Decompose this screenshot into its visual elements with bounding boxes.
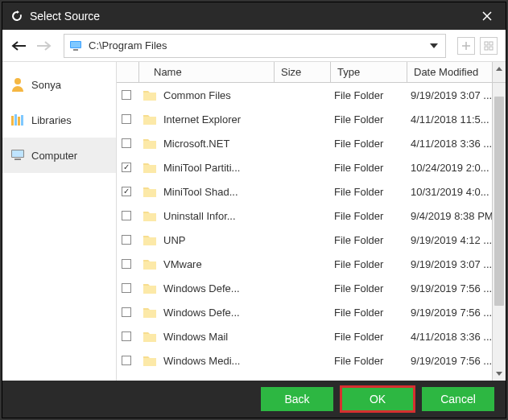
sidebar-item-computer[interactable]: Computer (2, 138, 116, 173)
svg-rect-5 (485, 47, 488, 50)
row-checkbox[interactable] (122, 114, 131, 124)
row-type: File Folder (334, 258, 411, 270)
monitor-icon (69, 40, 82, 51)
row-checkbox[interactable]: ✓ (122, 187, 131, 196)
cancel-button[interactable]: Cancel (422, 387, 494, 411)
column-headers: Name Size Type Date Modified (117, 62, 506, 83)
folder-icon (142, 282, 157, 294)
ok-button[interactable]: OK (341, 387, 414, 411)
row-name: Windows Defe... (163, 282, 278, 294)
folder-icon (142, 307, 157, 318)
row-date: 4/11/2018 3:36 ... (411, 331, 492, 343)
scroll-up-icon[interactable] (493, 62, 506, 76)
sidebar-item-libraries[interactable]: Libraries (2, 102, 116, 138)
row-date: 9/19/2019 4:12 ... (411, 234, 492, 246)
folder-icon (142, 138, 157, 149)
row-type: File Folder (334, 186, 411, 198)
column-checkbox[interactable] (117, 62, 139, 82)
column-size[interactable]: Size (275, 62, 331, 82)
scrollbar[interactable] (492, 62, 506, 82)
table-row[interactable]: UNPFile Folder9/19/2019 4:12 ... (117, 228, 492, 252)
svg-rect-3 (485, 42, 488, 45)
row-checkbox[interactable] (122, 90, 131, 100)
close-button[interactable] (475, 4, 499, 28)
row-type: File Folder (334, 307, 411, 319)
folder-icon (142, 355, 157, 366)
row-name: MiniTool Partiti... (163, 162, 278, 174)
sidebar-item-user[interactable]: Sonya (2, 67, 116, 102)
row-checkbox[interactable] (122, 283, 131, 293)
scroll-down-icon[interactable] (493, 367, 506, 381)
table-row[interactable]: ✓MiniTool Shad...File Folder10/31/2019 4… (117, 179, 492, 204)
table-row[interactable]: Windows Defe...File Folder9/19/2019 7:56… (117, 300, 492, 324)
sidebar-item-label: Libraries (31, 114, 72, 126)
toolbar: C:\Program Files (2, 30, 506, 62)
row-checkbox[interactable] (122, 235, 131, 245)
row-name: Common Files (163, 89, 278, 101)
svg-rect-4 (489, 42, 493, 45)
grid-view-icon[interactable] (480, 37, 498, 55)
row-date: 9/19/2019 3:07 ... (411, 258, 492, 270)
row-name: VMware (163, 258, 278, 270)
column-date[interactable]: Date Modified (407, 62, 492, 82)
row-checkbox[interactable] (122, 331, 131, 341)
row-date: 10/24/2019 2:0... (411, 162, 492, 174)
view-tools (457, 37, 498, 55)
row-name: MiniTool Shad... (163, 186, 278, 198)
folder-icon (142, 186, 157, 197)
row-date: 9/19/2019 7:56 ... (411, 307, 492, 319)
folder-icon (142, 258, 157, 270)
svg-point-7 (14, 78, 21, 84)
row-checkbox[interactable] (122, 138, 131, 148)
new-folder-icon[interactable] (457, 37, 475, 55)
table-row[interactable]: Internet ExplorerFile Folder4/11/2018 11… (117, 107, 492, 131)
folder-icon (142, 113, 157, 125)
row-type: File Folder (334, 282, 411, 294)
dialog-window: Select Source C:\Program Files (2, 2, 506, 418)
row-checkbox[interactable] (122, 356, 131, 365)
sidebar: Sonya Libraries Computer (2, 62, 117, 381)
table-row[interactable]: VMwareFile Folder9/19/2019 3:07 ... (117, 252, 492, 276)
column-name[interactable]: Name (139, 62, 275, 82)
row-checkbox[interactable]: ✓ (122, 163, 131, 172)
refresh-icon (10, 10, 23, 23)
column-type[interactable]: Type (331, 62, 407, 82)
row-name: Internet Explorer (163, 113, 278, 126)
row-checkbox[interactable] (122, 307, 131, 317)
row-checkbox[interactable] (122, 259, 131, 269)
table-row[interactable]: Uninstall Infor...File Folder9/4/2019 8:… (117, 204, 492, 228)
row-date: 9/19/2019 7:56 ... (411, 355, 492, 367)
table-row[interactable]: Windows Medi...File Folder9/19/2019 7:56… (117, 348, 492, 373)
table-row[interactable]: Windows MailFile Folder4/11/2018 3:36 ..… (117, 324, 492, 348)
row-type: File Folder (334, 234, 411, 246)
scroll-track[interactable] (493, 97, 506, 367)
titlebar: Select Source (2, 2, 506, 30)
back-arrow-icon[interactable] (10, 37, 28, 55)
table-row[interactable]: ✓MiniTool Partiti...File Folder10/24/201… (117, 155, 492, 179)
table-row[interactable]: Common FilesFile Folder9/19/2019 3:07 ..… (117, 83, 492, 107)
forward-arrow-icon[interactable] (35, 37, 52, 55)
svg-rect-6 (489, 47, 493, 50)
row-type: File Folder (334, 210, 411, 222)
row-type: File Folder (334, 89, 411, 101)
table-row[interactable]: Microsoft.NETFile Folder4/11/2018 3:36 .… (117, 131, 492, 155)
scrollbar-track[interactable] (492, 83, 506, 381)
svg-rect-9 (14, 114, 17, 126)
table-row[interactable]: Windows Defe...File Folder9/19/2019 7:56… (117, 276, 492, 300)
window-title: Select Source (30, 10, 100, 23)
row-date: 9/4/2019 8:38 PM (411, 210, 492, 222)
folder-icon (142, 210, 157, 221)
svg-rect-2 (73, 49, 78, 51)
svg-rect-11 (21, 115, 23, 126)
row-checkbox[interactable] (122, 211, 131, 220)
footer: Back OK Cancel (2, 381, 506, 418)
row-name: Microsoft.NET (163, 138, 278, 150)
row-type: File Folder (334, 113, 411, 126)
folder-icon (142, 89, 157, 101)
path-bar[interactable]: C:\Program Files (64, 34, 446, 58)
body: Sonya Libraries Computer Name Size (2, 62, 506, 381)
row-name: Uninstall Infor... (163, 210, 278, 222)
chevron-down-icon[interactable] (427, 43, 440, 48)
back-button[interactable]: Back (261, 387, 333, 411)
scroll-thumb[interactable] (494, 97, 504, 306)
